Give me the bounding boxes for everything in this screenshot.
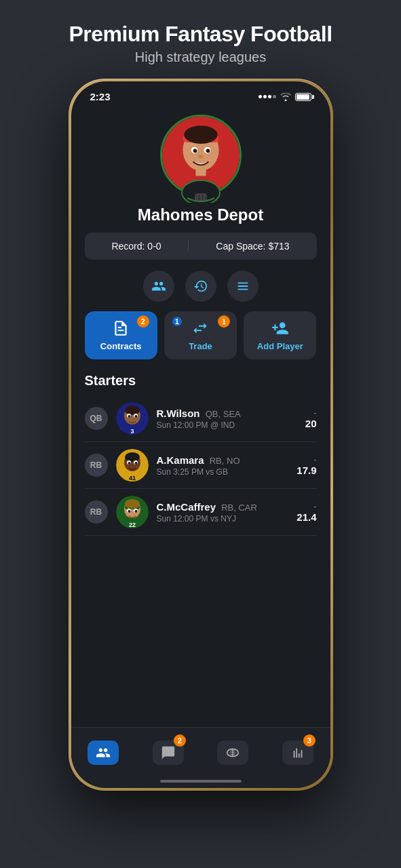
- lineup-icon-btn[interactable]: [227, 271, 259, 302]
- position-rb-1: RB: [85, 454, 108, 477]
- tab-chat[interactable]: 2: [148, 736, 189, 770]
- record-value: 0-0: [147, 241, 161, 252]
- stats-tab-icon: [290, 745, 305, 760]
- users-icon: [151, 279, 166, 294]
- trade-badge-orange: 1: [218, 315, 230, 328]
- svg-point-3: [184, 125, 217, 144]
- tab-roster[interactable]: [83, 736, 123, 770]
- player-row[interactable]: RB: [85, 489, 317, 536]
- avatar-section: 15: [85, 115, 317, 196]
- phone-frame: 2:23: [69, 79, 333, 791]
- position-rb-2: RB: [85, 500, 108, 524]
- svg-point-21: [128, 415, 130, 418]
- page-header: Premium Fantasy Football High strategy l…: [55, 0, 345, 79]
- cap-label: Cap Space:: [216, 241, 265, 252]
- svg-point-26: [125, 452, 140, 462]
- icon-row: [85, 271, 317, 302]
- svg-point-8: [198, 155, 204, 159]
- player-name-mccaffrey: C.McCaffrey RB, CAR: [157, 501, 289, 513]
- add-player-label: Add Player: [257, 341, 303, 351]
- trade-label: Trade: [189, 341, 212, 351]
- svg-text:22: 22: [128, 521, 135, 528]
- team-name: Mahomes Depot: [85, 205, 317, 224]
- football-tab-icon: [225, 745, 240, 760]
- tab-bar: 2: [71, 727, 330, 788]
- contracts-icon: [112, 319, 130, 337]
- svg-point-6: [193, 149, 197, 153]
- player-game-mccaffrey: Sun 12:00 PM vs NYJ: [157, 514, 289, 524]
- phone-inner: 2:23: [71, 81, 330, 788]
- record-label: Record:: [111, 241, 145, 252]
- roster-tab-bg: [88, 741, 119, 765]
- player-avatar-kamara: 41: [116, 449, 149, 481]
- chat-badge: 2: [174, 734, 186, 747]
- signal-icon: [259, 95, 276, 98]
- roster-tab-icon: [96, 745, 111, 760]
- tab-stats[interactable]: 3: [278, 736, 318, 770]
- player-score-wilson: - 20: [305, 408, 317, 429]
- cap-value: $713: [268, 241, 289, 252]
- svg-rect-10: [195, 167, 206, 176]
- contracts-label: Contracts: [100, 341, 142, 351]
- player-game-kamara: Sun 3:25 PM vs GB: [157, 467, 289, 477]
- player-score-kamara: - 17.9: [297, 454, 316, 476]
- home-indicator: [160, 780, 242, 783]
- lineup-icon: [235, 279, 250, 294]
- cap-item: Cap Space: $713: [216, 241, 289, 252]
- helmet-decoration: [180, 179, 221, 203]
- trade-button[interactable]: 1 1 Trade: [164, 311, 237, 359]
- player-row[interactable]: RB 41: [85, 442, 317, 489]
- contracts-badge: 2: [137, 315, 149, 328]
- player-row[interactable]: QB 3: [85, 395, 317, 442]
- svg-point-39: [134, 510, 137, 513]
- page-subtitle: High strategy leagues: [69, 50, 332, 65]
- wifi-icon: [280, 93, 291, 101]
- stats-badge: 3: [303, 734, 316, 747]
- football-tab-bg: [217, 741, 248, 765]
- svg-text:3: 3: [130, 428, 134, 435]
- chat-tab-icon: [161, 745, 176, 760]
- contracts-button[interactable]: 2 Contracts: [85, 311, 157, 359]
- svg-point-30: [134, 462, 137, 465]
- record-bar: Record: 0-0 Cap Space: $713: [85, 233, 317, 260]
- trade-badge-blue: 1: [171, 315, 183, 328]
- player-avatar-wilson: 3: [116, 402, 149, 435]
- history-icon: [193, 279, 208, 294]
- app-content: 15: [71, 108, 330, 536]
- tab-football[interactable]: [212, 736, 253, 770]
- starters-title: Starters: [85, 373, 317, 389]
- trade-icon: [191, 319, 209, 337]
- roster-icon-btn[interactable]: [143, 271, 174, 302]
- player-game-wilson: Sun 12:00 PM @ IND: [157, 420, 297, 430]
- divider: [188, 241, 189, 252]
- battery-icon: [295, 93, 311, 101]
- time-display: 2:23: [90, 91, 111, 102]
- player-info-mccaffrey: C.McCaffrey RB, CAR Sun 12:00 PM vs NYJ: [157, 501, 289, 524]
- svg-text:41: 41: [128, 475, 135, 481]
- svg-point-38: [128, 510, 130, 513]
- page-title: Premium Fantasy Football: [69, 22, 332, 47]
- player-info-kamara: A.Kamara RB, NO Sun 3:25 PM vs GB: [157, 454, 289, 477]
- action-row: 2 Contracts 1 1 Trade: [85, 311, 317, 359]
- player-score-mccaffrey: - 21.4: [297, 501, 316, 523]
- record-item: Record: 0-0: [111, 241, 161, 252]
- position-qb: QB: [85, 407, 108, 430]
- player-info-wilson: R.Wilson QB, SEA Sun 12:00 PM @ IND: [157, 408, 297, 430]
- notch: [150, 81, 252, 102]
- svg-point-22: [134, 415, 137, 418]
- add-player-icon: [271, 319, 289, 337]
- player-name-wilson: R.Wilson QB, SEA: [157, 408, 297, 419]
- status-icons: [259, 93, 311, 101]
- svg-point-7: [206, 149, 210, 153]
- svg-point-35: [125, 499, 140, 509]
- player-name-kamara: A.Kamara RB, NO: [157, 454, 289, 466]
- add-player-button[interactable]: Add Player: [244, 311, 316, 359]
- svg-point-29: [128, 462, 130, 465]
- avatar-container: 15: [160, 115, 242, 196]
- page-wrapper: Premium Fantasy Football High strategy l…: [0, 0, 401, 868]
- svg-point-18: [125, 406, 140, 415]
- history-icon-btn[interactable]: [185, 271, 216, 302]
- player-avatar-mccaffrey: 22: [116, 496, 149, 528]
